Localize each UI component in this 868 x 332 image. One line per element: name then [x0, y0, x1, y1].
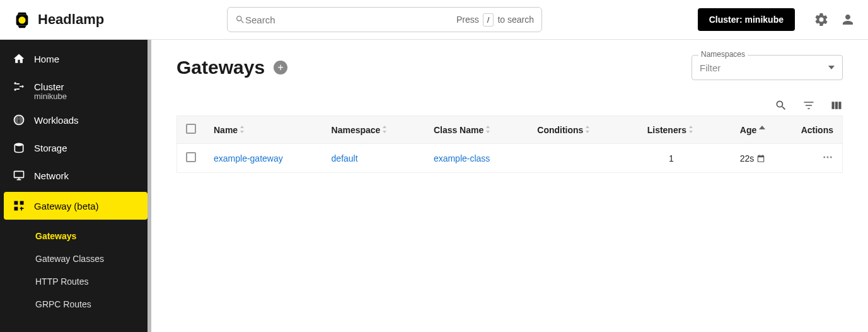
- more-icon[interactable]: [822, 151, 833, 163]
- sidebar-cluster-name: minikube: [0, 92, 151, 101]
- sidebar: Home Cluster minikube Workloads Storage …: [0, 40, 151, 332]
- search-input[interactable]: [245, 15, 456, 25]
- sidebar-item-home[interactable]: Home: [0, 45, 151, 73]
- sidebar-item-label: Gateway (beta): [34, 201, 99, 211]
- search-icon[interactable]: [775, 99, 787, 112]
- chevron-down-icon: [828, 66, 835, 69]
- namespace-filter-placeholder: Filter: [700, 62, 828, 73]
- col-age[interactable]: Age: [715, 116, 774, 144]
- row-checkbox[interactable]: [186, 152, 196, 162]
- gateway-icon: [13, 199, 25, 212]
- conditions-cell: [528, 144, 627, 173]
- workloads-icon: [13, 114, 25, 126]
- search-hint: Press / to search: [456, 13, 534, 27]
- table-row: example-gateway default example-class 1 …: [177, 144, 843, 173]
- namespace-filter[interactable]: Namespaces Filter: [692, 55, 843, 80]
- network-icon: [13, 169, 25, 182]
- app-logo[interactable]: Headlamp: [13, 10, 227, 29]
- columns-icon[interactable]: [830, 99, 843, 112]
- col-namespace[interactable]: Namespace: [323, 116, 425, 144]
- age-cell: 22s: [724, 153, 765, 163]
- svg-point-16: [830, 157, 832, 158]
- sidebar-item-workloads[interactable]: Workloads: [0, 106, 151, 134]
- svg-rect-9: [20, 201, 24, 205]
- sidebar-item-label: Home: [34, 54, 59, 64]
- home-icon: [13, 52, 25, 65]
- sidebar-item-storage[interactable]: Storage: [0, 134, 151, 162]
- gateways-table: Name Namespace Class Name Conditions Lis…: [176, 116, 843, 173]
- svg-point-1: [18, 16, 25, 23]
- svg-rect-12: [835, 102, 838, 109]
- svg-point-4: [21, 85, 23, 87]
- subnav-http-routes[interactable]: HTTP Routes: [35, 270, 151, 293]
- col-name[interactable]: Name: [205, 116, 323, 144]
- subnav-gateways[interactable]: Gateways: [35, 225, 151, 247]
- select-all-checkbox[interactable]: [186, 124, 196, 134]
- col-class[interactable]: Class Name: [425, 116, 528, 144]
- sidebar-item-label: Network: [34, 170, 69, 181]
- svg-rect-11: [832, 102, 835, 109]
- subnav-grpc-routes[interactable]: GRPC Routes: [35, 293, 151, 316]
- svg-point-15: [827, 157, 829, 158]
- cluster-button[interactable]: Cluster: minikube: [698, 8, 795, 31]
- filter-icon[interactable]: [802, 99, 815, 112]
- storage-icon: [13, 141, 25, 154]
- subnav-gateway-classes[interactable]: Gateway Classes: [35, 247, 151, 270]
- col-listeners[interactable]: Listeners: [627, 116, 715, 144]
- svg-rect-13: [838, 102, 841, 109]
- search-box[interactable]: Press / to search: [227, 7, 542, 32]
- svg-rect-10: [14, 207, 18, 211]
- user-icon[interactable]: [840, 12, 855, 27]
- svg-point-3: [14, 88, 16, 90]
- namespace-link[interactable]: default: [332, 153, 358, 163]
- gear-icon[interactable]: [814, 12, 829, 27]
- svg-point-6: [14, 143, 23, 146]
- svg-rect-7: [14, 171, 24, 177]
- listeners-cell: 1: [627, 144, 715, 173]
- sidebar-item-network[interactable]: Network: [0, 162, 151, 189]
- cluster-icon: [13, 80, 25, 93]
- calendar-icon: [756, 154, 765, 163]
- col-conditions[interactable]: Conditions: [528, 116, 627, 144]
- namespace-filter-label: Namespaces: [698, 50, 748, 59]
- sidebar-item-label: Workloads: [34, 115, 79, 126]
- headlamp-icon: [13, 10, 32, 29]
- col-actions: Actions: [774, 116, 842, 144]
- sidebar-item-label: Cluster: [34, 81, 64, 92]
- svg-point-14: [823, 157, 825, 158]
- search-icon: [235, 15, 245, 25]
- add-button[interactable]: +: [274, 61, 287, 74]
- svg-point-2: [14, 82, 16, 84]
- page-title: Gateways: [176, 57, 265, 78]
- sidebar-item-label: Storage: [34, 143, 67, 153]
- svg-rect-8: [14, 201, 18, 205]
- sidebar-item-gateway[interactable]: Gateway (beta): [4, 192, 148, 220]
- class-link[interactable]: example-class: [434, 153, 490, 163]
- app-name: Headlamp: [38, 11, 104, 28]
- gateway-name-link[interactable]: example-gateway: [214, 153, 283, 163]
